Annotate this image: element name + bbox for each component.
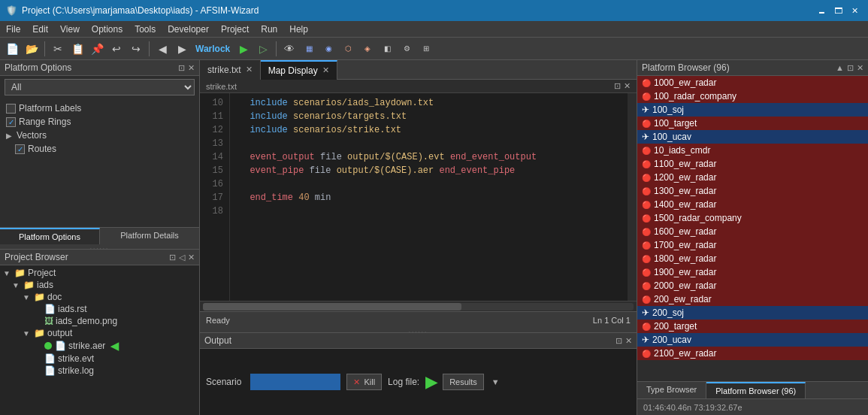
menu-run[interactable]: Run (255, 21, 283, 38)
tab-platform-details[interactable]: Platform Details (100, 228, 199, 244)
menu-help[interactable]: Help (283, 21, 314, 38)
platform-item-1600ew[interactable]: 🔴 1600_ew_radar (637, 225, 868, 238)
proj-strike-aer[interactable]: 📄 strike.aer ◀ (2, 339, 198, 353)
toolbar-warlock-prev[interactable]: ◀ (153, 40, 171, 58)
platform-item-100ucav[interactable]: ✈ 100_ucav (637, 130, 868, 144)
checkbox-range-rings[interactable]: ✓ (6, 117, 16, 127)
toolbar-warlock-next[interactable]: ▶ (173, 40, 191, 58)
platform-item-1000ew[interactable]: 🔴 1000_ew_radar (637, 76, 868, 89)
platform-item-200target[interactable]: 🔴 200_target (637, 320, 868, 333)
hscroll-track[interactable] (203, 303, 634, 310)
results-button[interactable]: Results (443, 374, 484, 390)
platform-item-100soj[interactable]: ✈ 100_soj (637, 103, 868, 117)
platform-item-1400ew[interactable]: 🔴 1400_ew_radar (637, 198, 868, 211)
kill-button[interactable]: ✕ Kill (346, 374, 382, 390)
proj-root[interactable]: ▼ 📁 Project (2, 267, 198, 279)
project-icon-left[interactable]: ◁ (179, 253, 185, 262)
tree-item-range-rings[interactable]: ✓ Range Rings (3, 115, 196, 129)
platform-item-200ucav[interactable]: ✈ 200_ucav (637, 333, 868, 347)
platform-item-1700ew[interactable]: 🔴 1700_ew_radar (637, 238, 868, 252)
resize-handle-1[interactable] (0, 244, 199, 249)
platform-item-1200ew[interactable]: 🔴 1200_ew_radar (637, 171, 868, 184)
platform-item-1900ew[interactable]: 🔴 1900_ew_radar (637, 265, 868, 279)
platform-item-100target[interactable]: 🔴 100_target (637, 117, 868, 130)
project-icon-1[interactable]: ⊡ (169, 253, 176, 262)
checkbox-platform-labels[interactable] (6, 104, 16, 114)
tree-item-platform-labels[interactable]: Platform Labels (3, 101, 196, 115)
tab-map-display-close[interactable]: ✕ (322, 65, 329, 75)
menu-file[interactable]: File (0, 21, 26, 38)
menu-tools[interactable]: Tools (129, 21, 162, 38)
tab-platform-options[interactable]: Platform Options (0, 228, 100, 244)
menu-developer[interactable]: Developer (162, 21, 215, 38)
toolbar-new[interactable]: 📄 (3, 40, 21, 58)
menu-edit[interactable]: Edit (26, 21, 54, 38)
tree-item-vectors[interactable]: ▶ Vectors (3, 129, 196, 142)
editor-content[interactable]: include scenarios/iads_laydown.txt inclu… (230, 93, 628, 301)
toolbar-eye[interactable]: 👁 (280, 40, 298, 58)
platform-item-100radar[interactable]: 🔴 100_radar_company (637, 89, 868, 103)
scenario-input[interactable] (250, 374, 340, 390)
toolbar-redo[interactable]: ↪ (127, 40, 145, 58)
minimize-button[interactable]: 🗕 (814, 3, 829, 18)
output-icon-expand[interactable]: ⊡ (615, 336, 622, 346)
exp-project[interactable]: ▼ (3, 269, 12, 277)
checkbox-routes[interactable]: ✓ (15, 144, 25, 154)
tab-platform-browser-bottom[interactable]: Platform Browser (96) (706, 382, 806, 398)
proj-output[interactable]: ▼ 📁 output (2, 327, 198, 339)
tab-map-display[interactable]: Map Display ✕ (261, 60, 337, 80)
tree-item-routes[interactable]: ✓ Routes (12, 142, 196, 156)
proj-strike-log[interactable]: 📄 strike.log (2, 365, 198, 377)
editor-scrollbar[interactable] (628, 93, 637, 301)
platform-item-10iads[interactable]: 🔴 10_iads_cmdr (637, 144, 868, 157)
proj-doc[interactable]: ▼ 📁 doc (2, 291, 198, 303)
proj-iads-png[interactable]: 🖼 iads_demo.png (2, 315, 198, 327)
toolbar-open[interactable]: 📂 (23, 40, 41, 58)
tab-strike-txt-close[interactable]: ✕ (246, 65, 253, 74)
tab-strike-txt[interactable]: strike.txt ✕ (200, 60, 261, 80)
platform-item-1100ew[interactable]: 🔴 1100_ew_radar (637, 157, 868, 171)
toolbar-paste[interactable]: 📌 (88, 40, 106, 58)
platform-item-1300ew[interactable]: 🔴 1300_ew_radar (637, 184, 868, 198)
run-outline-button[interactable]: ▷ (254, 40, 272, 58)
toolbar-grid[interactable]: ⊞ (417, 40, 435, 58)
toolbar-cut[interactable]: ✂ (49, 40, 67, 58)
toolbar-map5[interactable]: ◧ (378, 40, 396, 58)
toolbar-copy[interactable]: 📋 (68, 40, 86, 58)
proj-iads[interactable]: ▼ 📁 iads (2, 279, 198, 291)
pb-icon-scroll-up[interactable]: ▲ (836, 63, 844, 73)
breadcrumb-icon-close[interactable]: ✕ (624, 81, 631, 91)
toolbar-map4[interactable]: ◈ (358, 40, 377, 58)
platform-item-200ew[interactable]: 🔴 200_ew_radar (637, 292, 868, 306)
project-icon-close[interactable]: ✕ (188, 253, 195, 262)
exp-doc[interactable]: ▼ (23, 293, 32, 301)
proj-iads-rst[interactable]: 📄 iads.rst (2, 303, 198, 315)
toolbar-undo[interactable]: ↩ (107, 40, 126, 58)
tab-type-browser[interactable]: Type Browser (637, 382, 706, 398)
filter-select[interactable]: All (5, 79, 195, 95)
pb-icon-close[interactable]: ✕ (857, 63, 863, 73)
panel-icon-1[interactable]: ⊡ (178, 63, 185, 73)
toolbar-map2[interactable]: ◉ (319, 40, 337, 58)
menu-view[interactable]: View (54, 21, 86, 38)
breadcrumb-icon-expand[interactable]: ⊡ (614, 81, 621, 91)
menu-project[interactable]: Project (215, 21, 255, 38)
toolbar-settings[interactable]: ⚙ (398, 40, 416, 58)
toolbar-map1[interactable]: ▦ (300, 40, 318, 58)
close-button[interactable]: ✕ (847, 3, 862, 18)
output-icon-close[interactable]: ✕ (625, 336, 632, 346)
platform-item-200soj[interactable]: ✈ 200_soj (637, 306, 868, 320)
menu-options[interactable]: Options (86, 21, 129, 38)
platform-item-1500radar[interactable]: 🔴 1500_radar_company (637, 211, 868, 225)
exp-iads[interactable]: ▼ (12, 281, 21, 289)
panel-icon-close[interactable]: ✕ (188, 63, 195, 73)
maximize-button[interactable]: 🗖 (830, 3, 845, 18)
expander-vectors[interactable]: ▶ (6, 132, 14, 140)
toolbar-map3[interactable]: ⬡ (339, 40, 357, 58)
output-expand-icon[interactable]: ▼ (491, 377, 500, 386)
exp-output[interactable]: ▼ (23, 329, 32, 338)
platform-item-1800ew[interactable]: 🔴 1800_ew_radar (637, 252, 868, 265)
pb-icon-expand[interactable]: ⊡ (847, 63, 854, 73)
platform-item-2100ew[interactable]: 🔴 2100_ew_radar (637, 347, 868, 360)
proj-strike-evt[interactable]: 📄 strike.evt (2, 353, 198, 365)
